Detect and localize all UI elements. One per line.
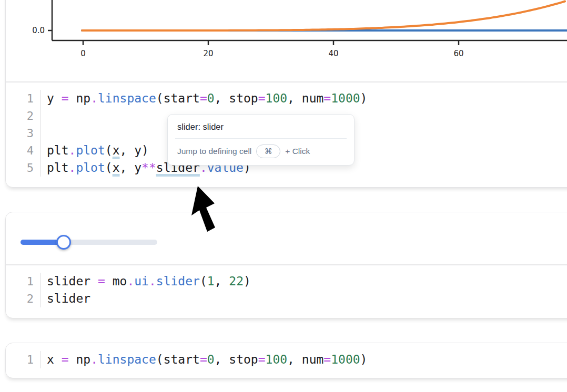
code-token: np: [76, 353, 90, 366]
code-text[interactable]: slider = mo.ui.slider(1, 22): [41, 273, 251, 290]
code-token: (: [105, 143, 113, 157]
line-number: 1: [6, 351, 41, 368]
cell-slider: 1slider = mo.ui.slider(1, 22)2slider: [5, 212, 567, 318]
code-token: y: [134, 161, 141, 174]
code-token: .: [90, 353, 98, 366]
code-line[interactable]: 2slider: [6, 290, 567, 307]
code-token: ,: [215, 353, 229, 366]
jump-hint-label: Jump to defining cell: [177, 147, 251, 156]
code-token: .: [127, 274, 134, 288]
code-token: (: [156, 353, 164, 366]
code-token: [105, 274, 113, 288]
code-token: linspace: [98, 91, 156, 105]
tooltip-title: slider: slider: [168, 115, 354, 138]
code-token: ): [360, 91, 368, 105]
code-token: 1000: [331, 353, 360, 366]
line-number: 1: [6, 90, 41, 107]
code-token: =: [200, 91, 207, 105]
code-token: ,: [215, 91, 229, 105]
code-token: .: [90, 91, 98, 105]
code-token: stop: [229, 91, 258, 105]
code-token: =: [323, 353, 331, 366]
x-tick-label: 0: [80, 49, 86, 58]
code-editor-slider[interactable]: 1slider = mo.ui.slider(1, 22)2slider: [6, 265, 567, 318]
code-token: mo: [113, 274, 127, 288]
code-token: plt: [47, 161, 69, 174]
code-line[interactable]: 1slider = mo.ui.slider(1, 22): [6, 273, 567, 290]
line-number: 2: [6, 107, 41, 125]
code-token: x: [47, 353, 54, 366]
code-token: ,: [120, 143, 135, 157]
code-token: start: [164, 353, 200, 366]
code-token: .: [69, 161, 76, 174]
variable-tooltip: slider: slider Jump to defining cell ⌘ +…: [167, 114, 355, 166]
code-token: =: [258, 353, 266, 366]
code-text[interactable]: [41, 107, 47, 125]
code-token: =: [62, 91, 69, 105]
code-token: ): [244, 274, 251, 288]
mouse-cursor-icon: [189, 185, 226, 235]
code-token: =: [323, 91, 331, 105]
code-token: [69, 353, 76, 366]
code-token: start: [164, 91, 200, 105]
code-text[interactable]: slider: [41, 290, 90, 307]
code-token: plot: [76, 161, 105, 174]
code-editor-x[interactable]: 1x = np.linspace(start=0, stop=100, num=…: [6, 343, 567, 378]
slider-widget[interactable]: [21, 240, 157, 245]
code-token: =: [258, 91, 266, 105]
reactive-ref[interactable]: x: [113, 143, 120, 157]
line-chart: 0.00204060: [6, 0, 567, 81]
code-token: stop: [229, 353, 258, 366]
code-token: .: [149, 274, 156, 288]
code-token: ): [141, 143, 149, 157]
code-token: ,: [287, 91, 302, 105]
code-text[interactable]: [41, 125, 47, 142]
code-token: =: [200, 353, 207, 366]
code-token: =: [98, 274, 105, 288]
code-token: 100: [266, 91, 288, 105]
line-number: 5: [6, 159, 41, 177]
reactive-ref[interactable]: x: [113, 161, 120, 174]
code-token: num: [302, 353, 324, 366]
notebook-canvas: 0.00204060 1y = np.linspace(start=0, sto…: [0, 0, 567, 392]
code-token: [54, 353, 62, 366]
code-token: [69, 91, 76, 105]
code-token: num: [302, 91, 324, 105]
slider-output: [6, 212, 567, 264]
code-token: plot: [76, 143, 105, 157]
code-line[interactable]: 1x = np.linspace(start=0, stop=100, num=…: [6, 351, 567, 368]
code-token: =: [62, 353, 69, 366]
code-token: [54, 91, 62, 105]
code-token: ,: [287, 353, 302, 366]
code-token: (: [200, 274, 207, 288]
code-token: **: [141, 161, 156, 174]
line-number: 3: [6, 125, 41, 142]
code-line[interactable]: 1y = np.linspace(start=0, stop=100, num=…: [6, 90, 567, 107]
x-tick-label: 40: [328, 49, 338, 58]
code-text[interactable]: x = np.linspace(start=0, stop=100, num=1…: [41, 351, 367, 368]
line-number: 4: [6, 142, 41, 159]
cell-x: 1x = np.linspace(start=0, stop=100, num=…: [5, 343, 567, 378]
code-token: slider: [156, 274, 200, 288]
code-token: .: [69, 143, 76, 157]
code-text[interactable]: y = np.linspace(start=0, stop=100, num=1…: [41, 90, 367, 107]
x-tick-label: 60: [453, 49, 463, 58]
code-token: slider: [47, 292, 90, 305]
line-number: 2: [6, 290, 41, 307]
y-tick-label: 0.0: [32, 26, 45, 35]
code-token: ui: [134, 274, 149, 288]
code-token: y: [134, 143, 141, 157]
code-token: 100: [266, 353, 288, 366]
code-token: np: [76, 91, 90, 105]
code-token: 22: [229, 274, 244, 288]
command-key-badge: ⌘: [256, 145, 280, 158]
code-token: (: [156, 91, 164, 105]
slider-handle[interactable]: [56, 235, 71, 250]
code-text[interactable]: plt.plot(x, y): [41, 142, 149, 159]
code-token: 0: [207, 353, 215, 366]
series-line-orange: [82, 2, 565, 31]
code-token: slider: [47, 274, 90, 288]
code-token: 0: [207, 91, 215, 105]
code-token: ): [360, 353, 368, 366]
code-token: ,: [120, 161, 135, 174]
